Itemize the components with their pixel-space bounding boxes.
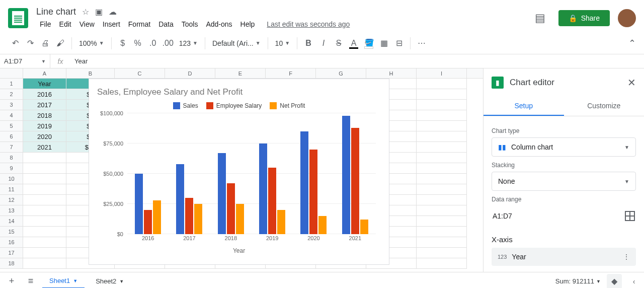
column-header[interactable]: E — [215, 68, 266, 78]
column-header[interactable]: D — [165, 68, 215, 78]
menu-data[interactable]: Data — [155, 18, 177, 30]
sheet-tab-1[interactable]: Sheet1▼ — [42, 274, 85, 288]
stacking-dropdown[interactable]: None ▼ — [492, 172, 636, 191]
spreadsheet-grid[interactable]: ABCDEFGHI 1YearS22016$532017$642018$7520… — [0, 68, 483, 272]
row-header[interactable]: 7 — [0, 142, 23, 153]
column-header[interactable]: F — [266, 68, 316, 78]
column-header[interactable]: C — [115, 68, 165, 78]
row-header[interactable]: 16 — [0, 237, 23, 248]
undo-button[interactable]: ↶ — [8, 36, 22, 50]
cell[interactable] — [417, 237, 467, 248]
row-header[interactable]: 15 — [0, 227, 23, 237]
scroll-left-button[interactable]: ‹ — [628, 275, 640, 287]
redo-button[interactable]: ↷ — [23, 36, 37, 50]
cell[interactable] — [417, 258, 467, 269]
tab-customize[interactable]: Customize — [564, 97, 645, 116]
row-header[interactable]: 6 — [0, 131, 23, 142]
number-format-dropdown[interactable]: 123▼ — [176, 36, 201, 50]
cell[interactable]: 2017 — [23, 100, 66, 110]
cell[interactable] — [417, 227, 467, 237]
row-header[interactable]: 12 — [0, 195, 23, 205]
close-editor-button[interactable]: ✕ — [627, 77, 636, 89]
cell[interactable] — [417, 163, 467, 174]
cell[interactable] — [23, 216, 66, 227]
select-range-button[interactable] — [625, 211, 635, 221]
document-title[interactable]: Line chart — [36, 7, 76, 17]
menu-file[interactable]: File — [36, 18, 55, 30]
cell[interactable] — [23, 195, 66, 205]
cell[interactable] — [23, 163, 66, 174]
menu-edit[interactable]: Edit — [56, 18, 75, 30]
cell[interactable]: 2021 — [23, 142, 66, 153]
merge-button[interactable]: ⊟ — [392, 36, 406, 50]
add-sheet-button[interactable]: + — [4, 274, 19, 289]
row-header[interactable]: 4 — [0, 110, 23, 121]
row-header[interactable]: 17 — [0, 248, 23, 258]
column-header[interactable]: H — [366, 68, 417, 78]
cell[interactable]: 2020 — [23, 131, 66, 142]
cell[interactable]: 2019 — [23, 121, 66, 131]
text-color-button[interactable]: A — [347, 36, 361, 50]
currency-button[interactable]: $ — [116, 36, 130, 50]
sheet-tab-2[interactable]: Sheet2▼ — [89, 274, 131, 288]
cell[interactable] — [23, 205, 66, 216]
cell[interactable]: 2016 — [23, 89, 66, 100]
explore-button[interactable]: ◆ — [607, 274, 622, 289]
cell[interactable] — [23, 248, 66, 258]
print-button[interactable]: 🖨 — [38, 36, 52, 50]
chart-type-dropdown[interactable]: ▮▮ Column chart ▼ — [492, 137, 636, 157]
cell[interactable]: Year — [23, 79, 66, 89]
data-range-value[interactable]: A1:D7 — [493, 212, 512, 220]
cell[interactable] — [23, 184, 66, 195]
cell[interactable] — [417, 248, 467, 258]
cell[interactable]: 2018 — [23, 110, 66, 121]
move-icon[interactable]: ▣ — [95, 7, 103, 17]
increase-decimal-button[interactable]: .00 — [161, 36, 175, 50]
all-sheets-button[interactable]: ≡ — [23, 274, 38, 289]
cell[interactable] — [417, 131, 467, 142]
cell[interactable] — [417, 205, 467, 216]
row-header[interactable]: 2 — [0, 89, 23, 100]
decrease-decimal-button[interactable]: .0 — [146, 36, 160, 50]
share-button[interactable]: 🔒 Share — [558, 10, 610, 26]
name-box[interactable]: A1:D7▼ — [0, 54, 50, 68]
cell[interactable] — [23, 227, 66, 237]
font-size-dropdown[interactable]: 10▼ — [272, 36, 293, 50]
strikethrough-button[interactable]: S — [332, 36, 346, 50]
xaxis-chip[interactable]: 123 Year ⋮ — [492, 248, 636, 266]
row-header[interactable]: 9 — [0, 163, 23, 174]
row-header[interactable]: 8 — [0, 153, 23, 163]
account-avatar[interactable] — [618, 9, 636, 27]
cell[interactable] — [417, 195, 467, 205]
cell[interactable] — [23, 237, 66, 248]
column-header[interactable]: G — [316, 68, 366, 78]
menu-help[interactable]: Help — [237, 18, 259, 30]
menu-insert[interactable]: Insert — [99, 18, 124, 30]
menu-add-ons[interactable]: Add-ons — [202, 18, 235, 30]
row-header[interactable]: 14 — [0, 216, 23, 227]
cell[interactable] — [417, 121, 467, 131]
column-header[interactable]: A — [23, 68, 66, 78]
column-header[interactable]: I — [417, 68, 467, 78]
chart[interactable]: Sales, Employee Salary and Net Profit Sa… — [89, 79, 389, 265]
percent-button[interactable]: % — [131, 36, 145, 50]
cell[interactable] — [23, 174, 66, 184]
bold-button[interactable]: B — [301, 36, 315, 50]
cell[interactable] — [417, 216, 467, 227]
collapse-toolbar-icon[interactable]: ⌃ — [628, 38, 636, 49]
cell[interactable] — [417, 100, 467, 110]
row-header[interactable]: 10 — [0, 174, 23, 184]
font-dropdown[interactable]: Default (Ari...▼ — [209, 36, 264, 50]
paint-format-button[interactable]: 🖌 — [53, 36, 67, 50]
comments-button[interactable]: ▤ — [530, 8, 550, 28]
borders-button[interactable]: ▦ — [377, 36, 391, 50]
zoom-dropdown[interactable]: 100%▼ — [76, 36, 107, 50]
cell[interactable] — [23, 258, 66, 269]
xaxis-more-button[interactable]: ⋮ — [623, 253, 630, 261]
menu-format[interactable]: Format — [125, 18, 154, 30]
cloud-icon[interactable]: ☁ — [109, 7, 117, 17]
column-header[interactable]: B — [66, 68, 115, 78]
row-header[interactable]: 18 — [0, 258, 23, 269]
row-header[interactable]: 11 — [0, 184, 23, 195]
last-edit-link[interactable]: Last edit was seconds ago — [263, 18, 353, 30]
